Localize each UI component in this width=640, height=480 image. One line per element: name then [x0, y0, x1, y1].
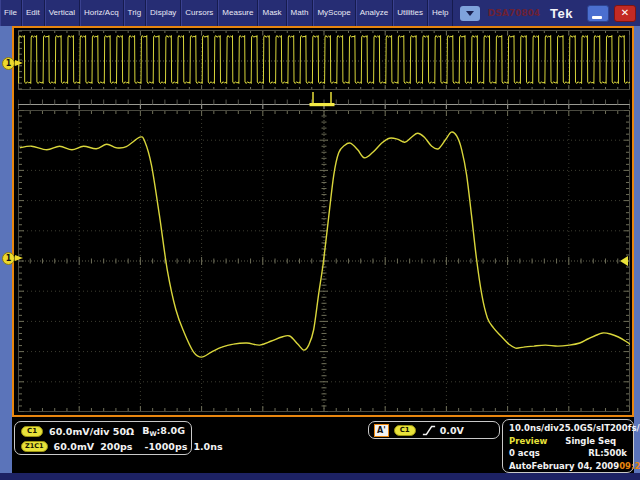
zoom-vertical-scale: 60.0mV [54, 441, 95, 452]
menu-trig[interactable]: Trig [124, 0, 146, 26]
zoom-region-indicator[interactable] [310, 103, 335, 106]
channel1-position-marker[interactable]: 1 [2, 252, 28, 265]
zoom-horizontal-scale: 200ps [100, 441, 132, 452]
trigger-level: 0.0V [440, 425, 464, 436]
trigger-readout-box[interactable]: A' C1 0.0V [368, 421, 500, 439]
main-waveform [20, 132, 630, 357]
trigger-a-badge: A' [374, 424, 389, 437]
chevron-down-icon [466, 11, 474, 16]
zoom-timeline-ruler[interactable] [18, 90, 630, 110]
menu-edit[interactable]: Edit [22, 0, 45, 26]
model-watermark: DSA70804 [488, 8, 540, 18]
preview-status: Preview [509, 436, 547, 446]
channel-readout-box[interactable]: C1 60.0mV/div 50Ω BW:8.0G Z1C1 60.0mV 20… [14, 421, 192, 455]
menu-vertical[interactable]: Vertical [45, 0, 80, 26]
rising-edge-icon [422, 424, 436, 437]
menu-cursors[interactable]: Cursors [181, 0, 218, 26]
marker-arrow-icon [15, 60, 23, 66]
marker-arrow-icon [15, 255, 23, 261]
menu-math[interactable]: Math [287, 0, 314, 26]
menu-myscope[interactable]: MyScope [313, 0, 355, 26]
menu-analyze[interactable]: Analyze [356, 0, 393, 26]
timebase: 10.0ns/div [509, 423, 559, 433]
sample-rate: 25.0GS/s [559, 423, 601, 433]
menu-mask[interactable]: Mask [258, 0, 286, 26]
scope-display-window [12, 26, 634, 417]
channel1-pill: C1 [21, 426, 43, 437]
zoom-position: -1000ps [145, 441, 188, 452]
sampling-mode: IT [601, 423, 610, 433]
tek-logo: Tek [550, 6, 573, 21]
trigger-level-arrow[interactable] [620, 256, 628, 266]
menu-bar: File Edit Vertical Horiz/Acq Trig Displa… [0, 0, 640, 26]
time-display: 09:28:07 [619, 461, 640, 471]
zoom-duration: 1.0ns [193, 441, 222, 452]
readout-area: C1 60.0mV/div 50Ω BW:8.0G Z1C1 60.0mV 20… [12, 417, 634, 473]
menu-measure[interactable]: Measure [218, 0, 258, 26]
channel1-overview-marker[interactable]: 1 [2, 57, 28, 70]
zoom1-channel1-pill: Z1C1 [21, 441, 48, 452]
menu-utilities[interactable]: Utilities [393, 0, 428, 26]
menu-overflow-button[interactable] [460, 6, 480, 21]
acquisition-count: 0 acqs [509, 448, 540, 458]
vertical-scale: 60.0mV/div [49, 426, 113, 437]
minimize-icon [592, 16, 602, 19]
menu-file[interactable]: File [0, 0, 22, 26]
trigger-mode: Auto [509, 461, 532, 471]
main-graticule [18, 110, 630, 412]
close-button[interactable]: ✕ [614, 5, 636, 22]
minimize-button[interactable] [587, 5, 609, 22]
menu-help[interactable]: Help [428, 0, 453, 26]
acquisition-mode: Single Seq [565, 436, 616, 446]
record-length: RL:500k [588, 448, 627, 458]
resolution: 200fs/pt [610, 423, 640, 433]
input-impedance: 50Ω [113, 426, 134, 437]
date-display: February 04, 2009 [532, 461, 620, 471]
window-bottom-edge [0, 473, 640, 480]
menu-horiz-acq[interactable]: Horiz/Acq [80, 0, 124, 26]
menu-display[interactable]: Display [146, 0, 181, 26]
acquisition-overview-graticule [18, 30, 630, 90]
channel1-badge: 1 [2, 57, 15, 70]
channel1-badge: 1 [2, 252, 15, 265]
horizontal-readout-box[interactable]: 10.0ns/div 25.0GS/s IT 200fs/pt Preview … [502, 419, 634, 473]
trigger-source-pill: C1 [394, 425, 416, 436]
bandwidth: BW:8.0G [142, 425, 185, 438]
